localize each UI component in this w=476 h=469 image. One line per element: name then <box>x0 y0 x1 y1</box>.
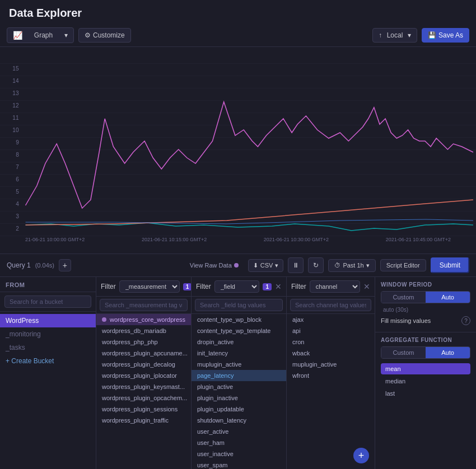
filter1-item-traffic[interactable]: wordpress_plugin_traffic <box>96 415 191 426</box>
svg-text:10: 10 <box>12 127 19 133</box>
filter2-item-template[interactable]: content_type_wp_template <box>192 325 286 336</box>
x-label-1: 21-06-21 10:00:00 GMT+2 <box>25 237 85 242</box>
window-period-auto-button[interactable]: Auto <box>426 292 470 303</box>
filter2-item-plugin-inactive[interactable]: plugin_inactive <box>192 392 286 404</box>
bucket-item-monitoring[interactable]: _monitoring <box>0 327 96 341</box>
query-time: (0.04s) <box>35 262 54 269</box>
save-icon: 💾 <box>428 31 436 39</box>
refresh-button[interactable]: ↻ <box>308 257 324 273</box>
agg-item-median[interactable]: median <box>381 376 470 387</box>
filter3-item-api[interactable]: api <box>287 325 375 336</box>
filter1-item-iplocator[interactable]: wordpress_plugin_iplocator <box>96 370 191 381</box>
filter1-item-wordpress-core[interactable]: wordpress_core_wordpress <box>96 314 191 325</box>
svg-text:2: 2 <box>16 226 19 232</box>
filter2-item-user-inactive[interactable]: user_inactive <box>192 448 286 459</box>
filter3-item-ajax[interactable]: ajax <box>287 314 375 325</box>
upload-icon: ↑ <box>379 31 382 39</box>
local-button[interactable]: ↑ Local ▾ <box>372 28 417 43</box>
filter2-item-user-spam[interactable]: user_spam <box>192 459 286 469</box>
time-range-button[interactable]: ⏱ Past 1h ▾ <box>328 259 375 272</box>
filter-dot-icon <box>102 317 106 322</box>
filter3-item-muplugin-active[interactable]: muplugin_active <box>287 359 375 370</box>
filter3-close-icon[interactable]: ✕ <box>363 282 370 291</box>
filter2-item-muplugin[interactable]: muplugin_active <box>192 359 286 370</box>
filter2-item-user-active[interactable]: user_active <box>192 426 286 437</box>
filter2-close-icon[interactable]: ✕ <box>275 282 282 291</box>
query-label: Query 1 <box>7 261 31 269</box>
x-label-3: 2021-06-21 10:30:00 GMT+2 <box>264 237 329 242</box>
bucket-search-input[interactable] <box>4 296 91 308</box>
submit-button[interactable]: Submit <box>431 257 469 273</box>
graph-chart-icon: 📈 <box>13 31 22 40</box>
filter2-header: Filter _field 1 ✕ <box>192 277 286 297</box>
filter2-item-plugin-active[interactable]: plugin_active <box>192 381 286 392</box>
filter3-item-cron[interactable]: cron <box>287 336 375 348</box>
bucket-item-wordpress[interactable]: WordPress <box>0 314 96 327</box>
filter2-item-plugin-updatable[interactable]: plugin_updatable <box>192 404 286 415</box>
svg-text:3: 3 <box>16 213 19 219</box>
filter2-item-shutdown[interactable]: shutdown_latency <box>192 415 286 426</box>
time-range-label: Past 1h <box>343 262 363 269</box>
pause-button[interactable]: ⏸ <box>288 257 304 273</box>
svg-text:6: 6 <box>16 176 19 182</box>
filter2-item-page-latency[interactable]: page_latency <box>192 370 286 381</box>
customize-label: Customize <box>93 31 125 39</box>
filter1-item-apcu[interactable]: wordpress_plugin_apcuname... <box>96 348 191 359</box>
filter2-item-init[interactable]: init_latency <box>192 348 286 359</box>
filter1-search-input[interactable] <box>100 299 188 311</box>
main-content: FROM WordPress _monitoring _tasks + Crea… <box>0 277 476 469</box>
svg-text:14: 14 <box>12 78 19 84</box>
chart-area: 2 3 4 5 6 7 8 9 10 11 12 13 14 15 21-06- <box>0 47 476 254</box>
filter2-item-user-ham[interactable]: user_ham <box>192 437 286 448</box>
filter2-search-input[interactable] <box>195 299 283 311</box>
bucket-item-tasks[interactable]: _tasks <box>0 341 96 354</box>
create-bucket-button[interactable]: + Create Bucket <box>0 354 96 368</box>
filter1-title: Filter <box>101 283 116 290</box>
filter2-select[interactable]: _field <box>214 280 260 293</box>
filter1-item-opcachem[interactable]: wordpress_plugin_opcachem... <box>96 392 191 404</box>
filter1-item-sessions[interactable]: wordpress_plugin_sessions <box>96 404 191 415</box>
add-query-button[interactable]: + <box>59 259 71 271</box>
svg-text:11: 11 <box>12 115 19 121</box>
filter3-search-box <box>287 297 375 314</box>
window-period-toggle: Custom Auto <box>381 291 470 303</box>
filter3-item-wfront[interactable]: wfront <box>287 370 375 381</box>
submit-label: Submit <box>440 261 460 269</box>
query-bar: Query 1 (0.04s) + View Raw Data ⬇ CSV ▾ … <box>0 254 476 277</box>
customize-button[interactable]: ⚙ Customize <box>78 28 131 43</box>
graph-selector-button[interactable]: 📈 Graph ▾ <box>7 27 74 43</box>
svg-text:12: 12 <box>12 102 19 109</box>
filter3-search-input[interactable] <box>290 299 371 311</box>
filter1-item-php[interactable]: wordpress_php_php <box>96 336 191 348</box>
window-period-custom-button[interactable]: Custom <box>381 292 426 303</box>
filter1-item-db[interactable]: wordpress_db_mariadb <box>96 325 191 336</box>
plus-icon: + <box>63 261 67 270</box>
help-icon[interactable]: ? <box>461 316 470 325</box>
aggregate-custom-button[interactable]: Custom <box>381 347 426 358</box>
filter1-badge: 1 <box>183 283 192 290</box>
agg-item-last[interactable]: last <box>381 388 470 399</box>
view-raw-button[interactable]: View Raw Data <box>185 259 244 271</box>
aggregate-title: AGGREGATE FUNCTION <box>381 337 470 343</box>
filter3-select[interactable]: channel <box>310 280 360 293</box>
window-period-auto-value: auto (30s) <box>381 306 470 314</box>
toolbar: 📈 Graph ▾ ⚙ Customize ↑ Local ▾ 💾 Save A… <box>0 24 476 47</box>
script-editor-button[interactable]: Script Editor <box>380 259 426 271</box>
save-as-button[interactable]: 💾 Save As <box>422 28 469 43</box>
chevron-down-icon: ▾ <box>64 31 68 39</box>
csv-button[interactable]: ⬇ CSV ▾ <box>248 259 284 272</box>
agg-item-mean[interactable]: mean <box>381 363 470 374</box>
from-panel-header: FROM <box>0 277 96 292</box>
filter1-item-keysmast[interactable]: wordpress_plugin_keysmast... <box>96 381 191 392</box>
filter2-item-dropin[interactable]: dropin_active <box>192 336 286 348</box>
svg-text:5: 5 <box>16 189 19 195</box>
aggregate-toggle: Custom Auto <box>381 346 470 359</box>
filter2-item-block[interactable]: content_type_wp_block <box>192 314 286 325</box>
filter1-select[interactable]: _measurement <box>119 280 180 293</box>
script-editor-label: Script Editor <box>386 262 420 269</box>
aggregate-auto-button[interactable]: Auto <box>426 347 470 358</box>
filter3-item-wback[interactable]: wback <box>287 348 375 359</box>
add-filter-button[interactable]: + <box>353 448 369 463</box>
chevron-down-icon2: ▾ <box>408 31 411 39</box>
filter1-item-decalog[interactable]: wordpress_plugin_decalog <box>96 359 191 370</box>
